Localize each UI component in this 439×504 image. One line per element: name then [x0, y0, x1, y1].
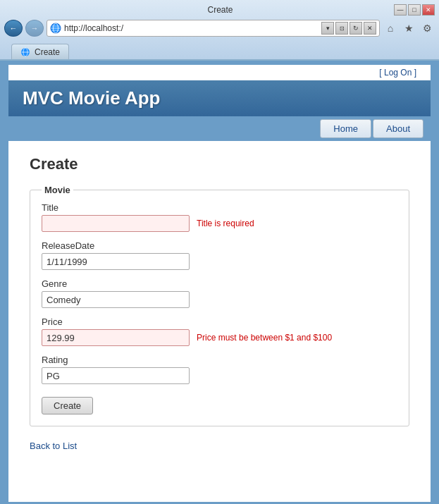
window-controls: — □ ✕ [394, 4, 435, 16]
home-nav-link[interactable]: Home [320, 119, 371, 138]
browser-titlebar: Create — □ ✕ [4, 4, 435, 16]
minimize-button[interactable]: — [394, 4, 407, 16]
title-field-row: Title is required [42, 215, 397, 232]
tab-ie-icon [20, 47, 30, 57]
logon-bar: [ Log On ] [8, 65, 431, 80]
movie-legend: Movie [42, 185, 73, 195]
price-label: Price [42, 316, 397, 327]
releasedate-field-group: ReleaseDate [42, 240, 397, 270]
genre-label: Genre [42, 278, 397, 289]
forward-button[interactable]: → [25, 20, 44, 37]
app-title: MVC Movie App [23, 87, 160, 109]
favorites-btn[interactable]: ★ [401, 20, 416, 36]
price-input[interactable] [42, 329, 190, 346]
page-content: [ Log On ] MVC Movie App Home About Crea… [8, 65, 431, 502]
browser-icon [50, 23, 61, 34]
price-field-row: Price must be between $1 and $100 [42, 329, 397, 346]
address-actions: ▾ ⊡ ↻ ✕ [321, 22, 376, 35]
address-refresh-btn[interactable]: ↻ [350, 22, 362, 35]
address-compat-btn[interactable]: ⊡ [335, 22, 348, 35]
releasedate-input[interactable] [42, 253, 190, 270]
tab-create[interactable]: Create [11, 44, 69, 59]
title-label: Title [42, 202, 397, 213]
title-input[interactable] [42, 215, 190, 232]
rating-input[interactable] [42, 367, 190, 384]
genre-input[interactable] [42, 291, 190, 308]
browser-title: Create [47, 5, 394, 15]
page-heading: Create [30, 155, 409, 173]
title-field-group: Title Title is required [42, 202, 397, 232]
about-nav-link[interactable]: About [373, 119, 423, 138]
releasedate-label: ReleaseDate [42, 240, 397, 251]
movie-fieldset: Movie Title Title is required ReleaseDat… [30, 185, 409, 426]
browser-toolbar: ← → http://localhost:/ ▾ ⊡ ↻ ✕ ⌂ ★ ⚙ [4, 18, 435, 38]
app-header: MVC Movie App [8, 80, 431, 116]
genre-field-group: Genre [42, 278, 397, 308]
address-dropdown-btn[interactable]: ▾ [321, 22, 334, 35]
page-wrapper: [ Log On ] MVC Movie App Home About Crea… [0, 61, 439, 504]
title-error-msg: Title is required [197, 219, 254, 228]
maximize-button[interactable]: □ [408, 4, 421, 16]
browser-favicons: ⌂ ★ ⚙ [383, 20, 435, 36]
main-content: Create Movie Title Title is required Rel… [8, 141, 431, 472]
price-error-msg: Price must be between $1 and $100 [197, 333, 332, 343]
back-button[interactable]: ← [4, 20, 23, 37]
address-text: http://localhost:/ [64, 23, 321, 33]
close-button[interactable]: ✕ [422, 4, 435, 16]
browser-chrome: Create — □ ✕ ← → http://localhost:/ ▾ ⊡ … [0, 0, 439, 61]
rating-label: Rating [42, 355, 397, 365]
address-bar[interactable]: http://localhost:/ ▾ ⊡ ↻ ✕ [47, 20, 380, 37]
back-to-list-link[interactable]: Back to List [30, 441, 77, 451]
home-fav-btn[interactable]: ⌂ [383, 20, 398, 36]
settings-btn[interactable]: ⚙ [419, 20, 435, 36]
rating-field-group: Rating [42, 355, 397, 384]
nav-bar: Home About [8, 116, 431, 141]
tab-bar: Create [4, 41, 435, 59]
address-stop-btn[interactable]: ✕ [364, 22, 376, 35]
tab-label: Create [35, 47, 60, 57]
logon-link[interactable]: [ Log On ] [379, 68, 416, 78]
price-field-group: Price Price must be between $1 and $100 [42, 316, 397, 346]
create-button[interactable]: Create [42, 397, 93, 414]
